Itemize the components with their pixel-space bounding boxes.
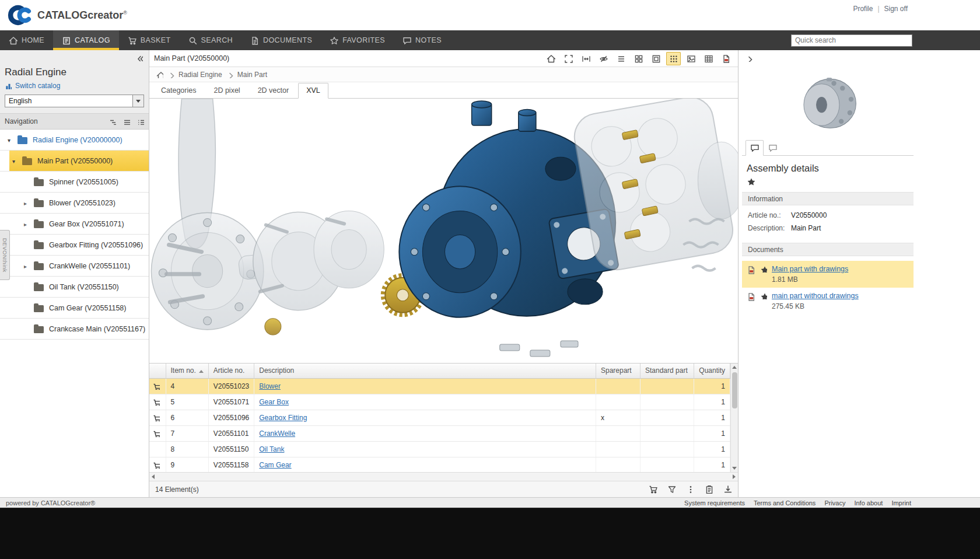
col-description[interactable]: Description bbox=[254, 364, 596, 378]
table-horizontal-scrollbar[interactable] bbox=[149, 472, 738, 481]
3d-viewer-canvas[interactable] bbox=[149, 99, 738, 363]
tree-view-flat-icon[interactable] bbox=[123, 118, 130, 125]
part-link[interactable]: Gear Box bbox=[259, 398, 289, 406]
favorite-star-icon[interactable] bbox=[747, 177, 755, 186]
thumbnail-view-button[interactable] bbox=[666, 52, 681, 65]
nav-item-documents[interactable]: DOCUMENTS bbox=[242, 30, 321, 50]
col-article-no[interactable]: Article no. bbox=[208, 364, 254, 378]
breadcrumb-home-icon[interactable] bbox=[156, 71, 163, 78]
switch-catalog-link[interactable]: Switch catalog bbox=[5, 82, 144, 90]
scrollbar-track[interactable] bbox=[731, 371, 738, 464]
scroll-up-button[interactable] bbox=[731, 364, 738, 371]
tree-item-cam-gear[interactable]: Cam Gear (V20551158) bbox=[0, 298, 149, 319]
tree-item-gearbox-fitting[interactable]: Gearbox Fitting (V20551096) bbox=[0, 235, 149, 256]
document-favorite-star-icon[interactable] bbox=[760, 265, 767, 272]
part-link[interactable]: Oil Tank bbox=[259, 445, 284, 453]
add-to-cart-icon[interactable] bbox=[153, 383, 160, 390]
fullscreen-button[interactable] bbox=[561, 52, 576, 65]
add-all-to-cart-icon[interactable] bbox=[649, 485, 657, 494]
profile-link[interactable]: Profile bbox=[853, 5, 873, 13]
document-link[interactable]: Main part with drawings bbox=[772, 265, 848, 273]
table-row-blower[interactable]: 4V20551023 Blower 1 bbox=[149, 378, 730, 394]
scroll-right-button[interactable] bbox=[733, 474, 736, 479]
table-vertical-scrollbar[interactable] bbox=[730, 364, 738, 472]
add-to-cart-icon[interactable] bbox=[153, 414, 160, 421]
part-link[interactable]: Gearbox Fitting bbox=[259, 414, 307, 422]
tree-item-blower[interactable]: Blower (V20551023) bbox=[0, 193, 149, 214]
visibility-off-button[interactable] bbox=[596, 52, 611, 65]
table-row-cam-gear[interactable]: 9V20551158 Cam Gear 1 bbox=[149, 457, 730, 473]
tree-view-compact-icon[interactable] bbox=[137, 118, 144, 125]
dropdown-arrow-icon[interactable] bbox=[132, 95, 144, 107]
privacy-link[interactable]: Privacy bbox=[824, 499, 845, 506]
nav-item-search[interactable]: SEARCH bbox=[180, 30, 242, 50]
tree-expander-icon[interactable] bbox=[6, 136, 12, 144]
tree-item-oil-tank[interactable]: Oil Tank (V20551150) bbox=[0, 277, 149, 298]
language-select[interactable]: English bbox=[5, 95, 144, 107]
col-standard-part[interactable]: Standard part bbox=[640, 364, 694, 378]
tree-item-radial-engine[interactable]: Radial Engine (V20000000) bbox=[0, 130, 149, 151]
table-row-crankwelle[interactable]: 7V20551101 CrankWelle 1 bbox=[149, 425, 730, 441]
table-row-gear-box[interactable]: 5V20551071 Gear Box 1 bbox=[149, 394, 730, 410]
info-about-link[interactable]: Info about bbox=[854, 499, 883, 506]
tab-categories[interactable]: Categories bbox=[153, 83, 204, 99]
pdf-export-button[interactable] bbox=[719, 52, 733, 65]
part-link[interactable]: CrankWelle bbox=[259, 429, 295, 438]
list-view-button[interactable] bbox=[614, 52, 628, 65]
scroll-left-button[interactable] bbox=[152, 474, 155, 479]
tree-expander-icon[interactable] bbox=[22, 199, 29, 207]
tab-2d-pixel[interactable]: 2D pixel bbox=[205, 83, 248, 99]
breadcrumb-radial-engine[interactable]: Radial Engine bbox=[178, 71, 222, 79]
add-to-cart-icon[interactable] bbox=[153, 430, 160, 437]
frame-view-button[interactable] bbox=[649, 52, 663, 65]
part-link[interactable]: Blower bbox=[259, 382, 281, 390]
image-view-button[interactable] bbox=[684, 52, 698, 65]
fit-width-button[interactable] bbox=[579, 52, 593, 65]
breadcrumb-main-part[interactable]: Main Part bbox=[237, 71, 267, 79]
nav-item-notes[interactable]: NOTES bbox=[394, 30, 450, 50]
copy-list-icon[interactable] bbox=[705, 485, 713, 494]
tree-item-main-part[interactable]: Main Part (V20550000) bbox=[0, 151, 149, 172]
tree-item-crankcase-main[interactable]: Crankcase Main (V20551167) bbox=[0, 319, 149, 340]
tab-details[interactable] bbox=[746, 140, 764, 156]
collapse-sidebar-icon[interactable] bbox=[136, 54, 143, 61]
nav-item-favorites[interactable]: FAVORITES bbox=[321, 30, 394, 50]
tree-expander-icon[interactable] bbox=[22, 262, 29, 270]
document-row-without-drawings[interactable]: main part without drawings 275.45 KB bbox=[742, 288, 914, 315]
devonthink-clipper-tab[interactable]: DEVONthink bbox=[0, 230, 10, 280]
catalogcreator-logo[interactable]: CATALOGcreator® bbox=[6, 4, 127, 26]
tile-view-button[interactable] bbox=[631, 52, 646, 65]
tab-comments[interactable] bbox=[764, 140, 782, 156]
document-favorite-star-icon[interactable] bbox=[760, 292, 767, 299]
table-view-button[interactable] bbox=[701, 52, 716, 65]
download-icon[interactable] bbox=[723, 485, 732, 494]
document-link[interactable]: main part without drawings bbox=[772, 292, 859, 300]
filter-icon[interactable] bbox=[667, 485, 676, 494]
tab-xvl[interactable]: XVL bbox=[298, 83, 328, 99]
part-thumbnail[interactable] bbox=[790, 75, 866, 133]
tab-2d-vector[interactable]: 2D vector bbox=[250, 83, 298, 99]
nav-item-catalog[interactable]: CATALOG bbox=[53, 30, 119, 50]
nav-item-home[interactable]: HOME bbox=[0, 30, 53, 50]
nav-item-basket[interactable]: BASKET bbox=[119, 30, 180, 50]
document-row-with-drawings[interactable]: Main part with drawings 1.81 MB bbox=[742, 261, 914, 288]
scroll-down-button[interactable] bbox=[731, 464, 738, 472]
add-to-cart-icon[interactable] bbox=[153, 399, 160, 406]
terms-link[interactable]: Terms and Conditions bbox=[754, 499, 816, 506]
scrollbar-thumb[interactable] bbox=[732, 372, 737, 408]
imprint-link[interactable]: Imprint bbox=[891, 499, 911, 506]
viewer-home-button[interactable] bbox=[544, 52, 558, 65]
tree-expander-icon[interactable] bbox=[22, 220, 29, 228]
tree-item-spinner[interactable]: Spinner (V20551005) bbox=[0, 172, 149, 193]
col-item-no[interactable]: Item no. bbox=[166, 364, 208, 378]
tree-view-indent-icon[interactable] bbox=[109, 118, 116, 125]
table-row-gearbox-fitting[interactable]: 6V20551096 Gearbox Fitting x 1 bbox=[149, 410, 730, 425]
signoff-link[interactable]: Sign off bbox=[884, 5, 908, 13]
tree-item-crankwelle[interactable]: CrankWelle (V20551101) bbox=[0, 256, 149, 277]
expand-panel-icon[interactable] bbox=[746, 55, 752, 62]
col-sparepart[interactable]: Sparepart bbox=[596, 364, 640, 378]
table-row-oil-tank[interactable]: 8V20551150 Oil Tank 1 bbox=[149, 441, 730, 457]
tree-expander-icon[interactable] bbox=[10, 157, 17, 165]
add-to-cart-icon[interactable] bbox=[153, 462, 160, 469]
quick-search-input[interactable] bbox=[791, 34, 912, 47]
